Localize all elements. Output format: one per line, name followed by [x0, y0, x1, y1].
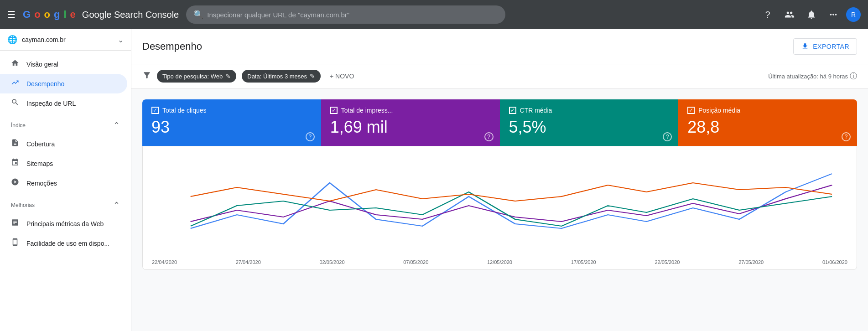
chart-area [152, 155, 847, 256]
property-icon: 🌐 [7, 35, 17, 45]
ctr-help-icon[interactable]: ? [663, 132, 672, 141]
web-vitals-icon [11, 218, 19, 229]
performance-icon [11, 78, 19, 89]
property-name: cayman.com.br [22, 36, 113, 43]
chart-xaxis: 22/04/2020 27/04/2020 02/05/2020 07/05/2… [152, 256, 847, 265]
mobile-icon [11, 238, 19, 248]
x-label-6: 22/05/2020 [655, 259, 680, 265]
menu-icon[interactable]: ☰ [7, 9, 16, 20]
x-label-0: 22/04/2020 [152, 259, 177, 265]
ctr-label: CTR média [520, 107, 552, 114]
metrics-cards: ✓ Total de cliques 93 ? ✓ Total de impre… [142, 99, 857, 146]
search-input[interactable] [207, 11, 498, 19]
app-logo: Google Google Search Console [23, 9, 179, 21]
edit-search-type-icon: ✎ [225, 72, 231, 80]
impressions-checkbox[interactable]: ✓ [330, 107, 338, 114]
performance-chart [152, 155, 847, 256]
ctr-checkbox[interactable]: ✓ [509, 107, 516, 114]
topbar: ☰ Google Google Search Console 🔍 ? R [0, 0, 868, 29]
search-icon: 🔍 [193, 10, 203, 20]
sidebar-label-remocoes: Remoções [26, 180, 57, 187]
x-label-4: 12/05/2020 [487, 259, 512, 265]
filter-bar: Tipo de pesquisa: Web ✎ Data: Últimos 3 … [131, 64, 868, 88]
coverage-icon [11, 139, 19, 149]
indice-collapse-icon[interactable]: ⌃ [113, 120, 120, 130]
export-label: EXPORTAR [813, 43, 849, 50]
metric-card-impressions[interactable]: ✓ Total de impress... 1,69 mil ? [321, 99, 500, 146]
add-filter-label: + NOVO [330, 72, 354, 80]
home-icon [11, 59, 19, 69]
metric-card-ctr[interactable]: ✓ CTR média 5,5% ? [500, 99, 679, 146]
last-update-text: Última atualização: há 9 horas [768, 73, 848, 80]
export-button[interactable]: EXPORTAR [793, 38, 857, 55]
x-label-5: 17/05/2020 [571, 259, 596, 265]
x-label-7: 27/05/2020 [738, 259, 764, 265]
property-chevron-icon: ⌄ [118, 36, 124, 44]
metric-card-clicks[interactable]: ✓ Total de cliques 93 ? [142, 99, 321, 146]
sidebar-label-visao-geral: Visão geral [26, 61, 58, 68]
clicks-value: 93 [151, 118, 312, 137]
sidebar-item-inspecao-url[interactable]: Inspeção de URL [0, 93, 127, 113]
sidebar-item-sitemaps[interactable]: Sitemaps [0, 154, 127, 173]
sidebar-item-metricas-web[interactable]: Principais métricas da Web [0, 214, 127, 233]
clicks-checkbox[interactable]: ✓ [151, 107, 159, 114]
impressions-value: 1,69 mil [330, 118, 491, 137]
notifications-icon[interactable] [802, 5, 821, 24]
x-label-8: 01/06/2020 [822, 259, 847, 265]
sidebar-item-mobile[interactable]: Facilidade de uso em dispo... [0, 233, 127, 253]
apps-icon[interactable] [824, 5, 842, 24]
accounts-icon[interactable] [780, 5, 799, 24]
sidebar-label-metricas-web: Principais métricas da Web [26, 220, 104, 228]
removals-icon [11, 178, 19, 188]
inspect-icon [11, 98, 19, 109]
filter-icon[interactable] [142, 71, 151, 82]
last-update: Última atualização: há 9 horas ⓘ [768, 72, 857, 81]
sidebar-item-visao-geral[interactable]: Visão geral [0, 54, 127, 74]
x-label-3: 07/05/2020 [403, 259, 428, 265]
x-label-1: 27/04/2020 [236, 259, 261, 265]
melhorias-collapse-icon[interactable]: ⌃ [113, 200, 120, 210]
sidebar-label-sitemaps: Sitemaps [26, 160, 53, 167]
sidebar: 🌐 cayman.com.br ⌄ Visão geral Desempenho [0, 29, 131, 331]
main-layout: 🌐 cayman.com.br ⌄ Visão geral Desempenho [0, 29, 868, 331]
clicks-help-icon[interactable]: ? [306, 132, 315, 141]
edit-date-icon: ✎ [310, 72, 315, 80]
ctr-value: 5,5% [509, 118, 670, 137]
sidebar-item-cobertura[interactable]: Cobertura [0, 134, 127, 154]
sidebar-label-cobertura: Cobertura [26, 140, 55, 148]
sitemaps-icon [11, 158, 19, 169]
section-title-melhorias: Melhorias [11, 202, 35, 208]
topbar-actions: ? R [759, 5, 861, 24]
last-update-help-icon[interactable]: ⓘ [850, 72, 857, 81]
filter-chip-search-type-label: Tipo de pesquisa: Web [162, 73, 223, 80]
position-help-icon[interactable]: ? [842, 132, 851, 141]
filter-chip-date[interactable]: Data: Últimos 3 meses ✎ [242, 70, 321, 83]
search-bar[interactable]: 🔍 [186, 5, 505, 24]
chart-container: 22/04/2020 27/04/2020 02/05/2020 07/05/2… [142, 146, 857, 270]
section-header-indice: Índice ⌃ [0, 113, 131, 134]
sidebar-item-desempenho[interactable]: Desempenho [0, 74, 127, 93]
main-content: Desempenho EXPORTAR Tipo de pesquisa: We… [131, 29, 868, 331]
metrics-section: ✓ Total de cliques 93 ? ✓ Total de impre… [131, 88, 868, 281]
metric-card-position[interactable]: ✓ Posição média 28,8 ? [678, 99, 857, 146]
filter-chip-search-type[interactable]: Tipo de pesquisa: Web ✎ [157, 70, 236, 83]
impressions-help-icon[interactable]: ? [484, 132, 494, 141]
x-label-2: 02/05/2020 [319, 259, 344, 265]
clicks-label: Total de cliques [162, 107, 207, 114]
sidebar-item-remocoes[interactable]: Remoções [0, 173, 127, 193]
help-icon[interactable]: ? [759, 5, 777, 24]
sidebar-label-mobile: Facilidade de uso em dispo... [26, 240, 109, 247]
user-avatar[interactable]: R [846, 7, 861, 22]
property-selector[interactable]: 🌐 cayman.com.br ⌄ [0, 29, 131, 51]
position-checkbox[interactable]: ✓ [687, 107, 695, 114]
app-name: Google Search Console [82, 10, 179, 20]
page-header: Desempenho EXPORTAR [131, 29, 868, 64]
section-title-indice: Índice [11, 122, 26, 129]
sidebar-label-inspecao: Inspeção de URL [26, 100, 76, 107]
position-label: Posição média [698, 107, 740, 114]
sidebar-nav: Visão geral Desempenho Inspeção de URL Í… [0, 51, 131, 331]
position-value: 28,8 [687, 118, 848, 137]
impressions-label: Total de impress... [341, 107, 393, 114]
add-filter-button[interactable]: + NOVO [326, 70, 358, 83]
page-title: Desempenho [142, 41, 202, 52]
